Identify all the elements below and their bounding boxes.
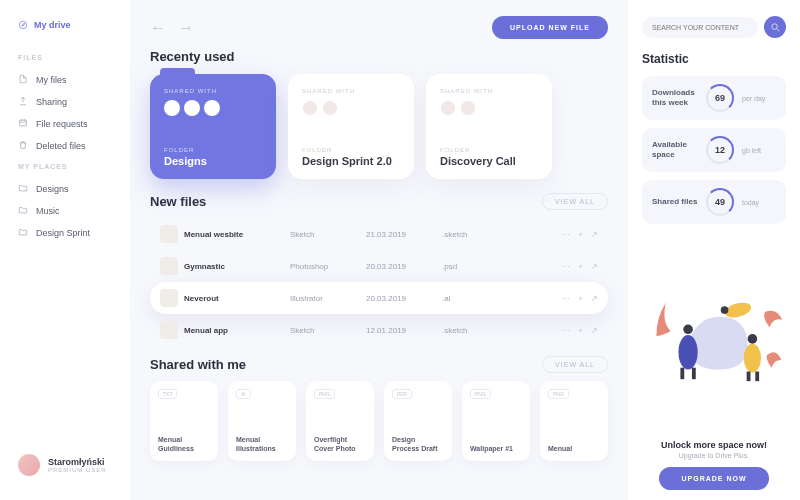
stat-unit: today [742,199,759,206]
folder-card-design-sprint-2-0[interactable]: SHARED WITH FOLDER Design Sprint 2.0 [288,74,414,179]
shared-with-label: SHARED WITH [440,88,538,94]
upgrade-now-button[interactable]: UPGRADE NOW [659,467,768,490]
sidebar-active-my-drive[interactable]: My drive [18,20,130,30]
file-thumbnail [160,321,178,339]
sidebar-active-label: My drive [34,20,71,30]
stat-unit: gb left [742,147,761,154]
shared-card[interactable]: PNG Menual [540,381,608,461]
file-row[interactable]: Menual app Sketch 12.01.2019 .sketch ⋯ +… [150,314,608,346]
folder-type-label: FOLDER [302,147,400,153]
file-thumbnail [160,257,178,275]
svg-point-2 [771,23,777,29]
back-arrow-icon[interactable]: ← [150,19,166,37]
sidebar-section-header: MY PLACES [18,163,130,170]
promo-block: Unlock more space now! Upgrade to Drive … [642,440,786,490]
stat-value-ring: 49 [706,188,734,216]
folder-name: Designs [164,155,262,167]
add-icon[interactable]: + [578,294,583,303]
shared-file-name: Overflight Cover Photo [314,435,366,453]
stat-value-ring: 12 [706,136,734,164]
file-row[interactable]: Gymnastic Photoshop 20.03.2019 .psd ⋯ + … [150,250,608,282]
file-app: Illustrator [290,294,360,303]
shared-card[interactable]: PDF Design Process Draft [384,381,452,461]
svg-rect-10 [755,372,759,382]
sidebar-item-design-sprint[interactable]: Design Sprint [18,222,130,244]
designs-icon [18,183,28,195]
search-icon [770,22,781,33]
avatar [18,454,40,476]
add-icon[interactable]: + [578,262,583,271]
add-icon[interactable]: + [578,326,583,335]
svg-rect-6 [692,368,696,380]
file-ext: .sketch [442,326,492,335]
shared-card[interactable]: PNG Wallpaper #1 [462,381,530,461]
promo-subtitle: Upgrade to Drive Plus. [642,452,786,459]
search-button[interactable] [764,16,786,38]
avatar [204,100,220,116]
file-date: 20.03.2019 [366,294,436,303]
more-icon[interactable]: ⋯ [562,294,570,303]
share-icon[interactable]: ↗ [591,326,598,335]
file-row[interactable]: Neverout Illustrator 20.03.2019 .ai ⋯ + … [150,282,608,314]
stat-card: Shared files 49 today [642,180,786,224]
music-icon [18,205,28,217]
svg-point-7 [744,344,761,373]
file-app: Sketch [290,326,360,335]
file-name: Menual app [184,326,284,335]
stat-label: Downloads this week [652,88,698,107]
share-icon[interactable]: ↗ [591,294,598,303]
shared-file-name: Menual [548,444,600,453]
svg-point-4 [683,324,693,334]
sidebar-item-music[interactable]: Music [18,200,130,222]
avatar [322,100,338,116]
sidebar-item-label: Designs [36,184,69,194]
file-tag: PNG [548,389,569,399]
avatar [164,100,180,116]
shared-file-name: Menual Guidliness [158,435,210,453]
promo-title: Unlock more space now! [642,440,786,450]
file-ext: .sketch [442,230,492,239]
stat-unit: per day [742,95,765,102]
file-requests-icon [18,118,28,130]
sharing-icon [18,96,28,108]
file-tag: PNG [314,389,335,399]
file-name: Menual wesbite [184,230,284,239]
search-input[interactable] [642,17,758,38]
user-role: PREMIUM USER [48,467,107,473]
folder-card-discovery-call[interactable]: SHARED WITH FOLDER Discovery Call [426,74,552,179]
svg-point-3 [678,335,697,370]
view-all-files-button[interactable]: VIEW ALL [542,193,608,210]
shared-file-name: Design Process Draft [392,435,444,453]
sidebar-item-my-files[interactable]: My files [18,69,130,91]
shared-card[interactable]: AI Menual Illustrations [228,381,296,461]
main-content: ← → UPLOAD NEW FILE Recenty used SHARED … [130,0,628,500]
promo-illustration [642,238,786,434]
deleted-files-icon [18,140,28,152]
more-icon[interactable]: ⋯ [562,230,570,239]
sidebar-item-sharing[interactable]: Sharing [18,91,130,113]
shared-file-name: Menual Illustrations [236,435,288,453]
file-row[interactable]: Menual wesbite Sketch 21.03.2019 .sketch… [150,218,608,250]
forward-arrow-icon[interactable]: → [178,19,194,37]
right-panel: Statistic Downloads this week 69 per day… [628,0,800,500]
file-date: 20.03.2019 [366,262,436,271]
upload-new-file-button[interactable]: UPLOAD NEW FILE [492,16,608,39]
sidebar-item-deleted-files[interactable]: Deleted files [18,135,130,157]
more-icon[interactable]: ⋯ [562,262,570,271]
file-thumbnail [160,289,178,307]
sidebar-user[interactable]: Staromłyński PREMIUM USER [18,454,130,490]
sidebar-item-designs[interactable]: Designs [18,178,130,200]
share-icon[interactable]: ↗ [591,230,598,239]
statistic-heading: Statistic [642,52,786,66]
share-icon[interactable]: ↗ [591,262,598,271]
stat-label: Available space [652,140,698,159]
shared-card[interactable]: PNG Overflight Cover Photo [306,381,374,461]
file-ext: .psd [442,262,492,271]
folder-card-designs[interactable]: SHARED WITH FOLDER Designs [150,74,276,179]
file-ext: .ai [442,294,492,303]
shared-card[interactable]: TXT Menual Guidliness [150,381,218,461]
sidebar-item-file-requests[interactable]: File requests [18,113,130,135]
view-all-shared-button[interactable]: VIEW ALL [542,356,608,373]
add-icon[interactable]: + [578,230,583,239]
more-icon[interactable]: ⋯ [562,326,570,335]
